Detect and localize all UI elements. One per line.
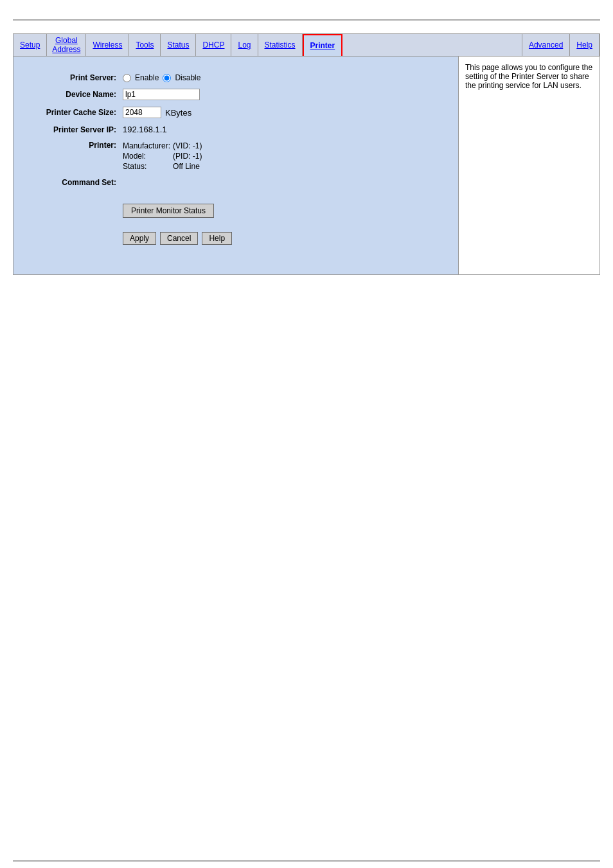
info-text: This page allows you to configure the se…	[465, 63, 593, 90]
manufacturer-label: Manufacturer:	[123, 141, 173, 151]
top-rule	[13, 19, 600, 21]
tab-log[interactable]: Log	[231, 34, 258, 56]
cache-size-unit: KBytes	[165, 108, 191, 118]
manufacturer-row: Manufacturer: (VID: -1)	[123, 141, 204, 151]
action-buttons-container: Apply Cancel Help	[123, 232, 452, 245]
printer-label: Printer:	[20, 141, 123, 150]
tab-setup[interactable]: Setup	[13, 34, 47, 56]
info-section: This page allows you to configure the se…	[458, 57, 600, 274]
action-buttons: Apply Cancel Help	[123, 232, 452, 245]
page-wrapper: Setup Global Address Wireless Tools Stat…	[0, 19, 613, 868]
cache-size-label: Printer Cache Size:	[20, 108, 123, 117]
help-button[interactable]: Help	[202, 232, 232, 245]
tab-advanced[interactable]: Advanced	[522, 34, 570, 56]
server-ip-row: Printer Server IP: 192.168.1.1	[20, 125, 452, 134]
disable-radio[interactable]	[163, 74, 171, 82]
main-container: Setup Global Address Wireless Tools Stat…	[13, 33, 600, 275]
status-value: Off Line	[173, 161, 204, 172]
tab-tools[interactable]: Tools	[129, 34, 161, 56]
enable-radio[interactable]	[123, 74, 131, 82]
print-server-row: Print Server: Enable Disable	[20, 73, 452, 82]
form-section: Print Server: Enable Disable Device Name…	[13, 57, 458, 274]
model-label: Model:	[123, 151, 173, 161]
apply-button[interactable]: Apply	[123, 232, 156, 245]
tab-printer[interactable]: Printer	[303, 34, 343, 56]
tab-status[interactable]: Status	[161, 34, 196, 56]
tab-help[interactable]: Help	[570, 34, 600, 56]
printer-row: Printer: Manufacturer: (VID: -1) Model: …	[20, 141, 452, 172]
tab-global-address[interactable]: Global Address	[47, 34, 86, 56]
cache-size-input[interactable]	[123, 107, 161, 118]
command-set-row: Command Set:	[20, 178, 452, 187]
cancel-button[interactable]: Cancel	[160, 232, 198, 245]
bottom-rule	[13, 860, 600, 862]
server-ip-value: 192.168.1.1	[123, 125, 167, 134]
content-area: Print Server: Enable Disable Device Name…	[13, 57, 600, 275]
print-server-label: Print Server:	[20, 73, 123, 82]
manufacturer-value: (VID: -1)	[173, 141, 204, 151]
tab-wireless[interactable]: Wireless	[86, 34, 129, 56]
model-value: (PID: -1)	[173, 151, 204, 161]
printer-monitor-button[interactable]: Printer Monitor Status	[123, 204, 214, 218]
device-name-label: Device Name:	[20, 90, 123, 99]
status-label: Status:	[123, 161, 173, 172]
device-name-row: Device Name:	[20, 89, 452, 100]
monitor-btn-container: Printer Monitor Status	[123, 204, 452, 224]
print-server-radio-group: Enable Disable	[123, 73, 200, 82]
server-ip-label: Printer Server IP:	[20, 125, 123, 134]
nav-bar: Setup Global Address Wireless Tools Stat…	[13, 33, 600, 57]
device-name-input[interactable]	[123, 89, 200, 100]
printer-info: Manufacturer: (VID: -1) Model: (PID: -1)…	[123, 141, 204, 172]
model-row: Model: (PID: -1)	[123, 151, 204, 161]
disable-label: Disable	[175, 73, 200, 82]
tab-statistics[interactable]: Statistics	[258, 34, 303, 56]
command-set-label: Command Set:	[20, 178, 123, 187]
tab-dhcp[interactable]: DHCP	[196, 34, 231, 56]
enable-label: Enable	[135, 73, 159, 82]
cache-size-row: Printer Cache Size: KBytes	[20, 107, 452, 118]
status-row: Status: Off Line	[123, 161, 204, 172]
